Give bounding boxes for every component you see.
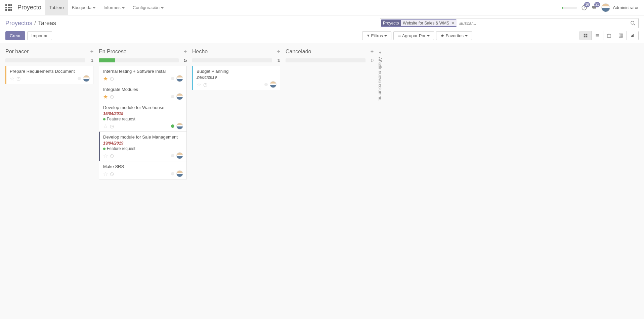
searchbox[interactable]: Proyecto Website for Sales & WMS ✕	[380, 18, 639, 28]
card-title: Budget Planning	[197, 69, 276, 74]
progress-bar[interactable]	[5, 58, 85, 62]
star-icon[interactable]: ☆	[197, 82, 201, 88]
search-facet: Proyecto Website for Sales & WMS ✕	[381, 19, 457, 27]
star-icon[interactable]: ★	[103, 94, 108, 100]
assignee-avatar[interactable]	[176, 170, 183, 177]
card-footer: ☆ ◷	[103, 123, 183, 129]
progress-bar[interactable]	[286, 58, 366, 62]
breadcrumb-root[interactable]: Proyectos	[5, 20, 32, 26]
activities-icon[interactable]: 16	[581, 5, 587, 11]
state-dot[interactable]	[264, 83, 268, 86]
view-calendar[interactable]	[603, 31, 615, 40]
assignee-avatar[interactable]	[176, 152, 183, 159]
user-menu[interactable]: Administrator	[601, 3, 639, 12]
view-kanban[interactable]	[580, 31, 592, 40]
cp-top: Proyectos/Tareas Proyecto Website for Sa…	[5, 18, 639, 28]
filters-button[interactable]: Filtros	[362, 31, 391, 40]
clock-icon[interactable]: ◷	[110, 94, 114, 99]
tag-dot-icon	[103, 148, 105, 150]
assignee-avatar[interactable]	[176, 93, 183, 100]
nav-informes[interactable]: Informes	[99, 0, 129, 15]
kanban-card[interactable]: Integrate Modules ★ ◷	[99, 84, 187, 102]
progress-bar[interactable]	[192, 58, 272, 62]
nav-busqueda[interactable]: Búsqueda	[68, 0, 100, 15]
search-input[interactable]	[457, 19, 628, 27]
view-list[interactable]	[592, 31, 603, 40]
column-add-icon[interactable]: +	[184, 49, 187, 55]
kanban-column: Por hacer + 1 Prepare Requirements Docum…	[3, 47, 96, 84]
breadcrumb: Proyectos/Tareas	[5, 20, 380, 27]
breadcrumb-sep: /	[34, 20, 36, 26]
messages-icon[interactable]: 21	[591, 5, 597, 11]
breadcrumb-current: Tareas	[38, 20, 56, 26]
column-header[interactable]: Cancelado +	[283, 47, 376, 57]
plus-icon: +	[379, 50, 382, 55]
clock-icon[interactable]: ◷	[110, 76, 114, 81]
column-header[interactable]: Por hacer +	[3, 47, 96, 57]
facet-remove-icon[interactable]: ✕	[451, 21, 455, 25]
assignee-avatar[interactable]	[270, 81, 276, 88]
card-date: 15/04/2019	[103, 111, 183, 116]
card-date: 24/04/2019	[197, 75, 276, 80]
column-add-icon[interactable]: +	[371, 49, 374, 55]
favorites-button[interactable]: ★ Favoritos	[436, 31, 472, 40]
assignee-avatar[interactable]	[176, 75, 183, 82]
facet-category: Proyecto	[381, 20, 401, 26]
view-pivot[interactable]	[615, 31, 627, 40]
assignee-avatar[interactable]	[176, 123, 183, 129]
nav-tablero[interactable]: Tablero	[45, 0, 68, 15]
kanban-card[interactable]: Budget Planning 24/04/2019 ☆ ◷	[192, 66, 280, 90]
kanban-card[interactable]: Make SRS ☆ ◷	[99, 161, 187, 179]
tag-label: Feature request	[107, 146, 135, 151]
clock-icon[interactable]: ◷	[110, 171, 114, 176]
kanban-card[interactable]: Develop module for Warehouse 15/04/2019 …	[99, 102, 187, 132]
column-title: Hecho	[192, 49, 277, 55]
kanban-card[interactable]: Internal testing + Software Install ★ ◷	[99, 66, 187, 84]
kanban-card[interactable]: Develop module for Sale Management 19/04…	[99, 131, 187, 161]
card-footer: ☆ ◷	[197, 81, 276, 88]
trial-progress[interactable]	[562, 7, 577, 9]
state-dot[interactable]	[171, 124, 174, 128]
clock-icon[interactable]: ◷	[110, 153, 114, 158]
column-header[interactable]: Hecho +	[189, 47, 283, 57]
column-title: Por hacer	[5, 49, 90, 55]
state-dot[interactable]	[171, 77, 174, 80]
add-column-label: Añadir nueva columna	[378, 57, 383, 100]
state-dot[interactable]	[78, 77, 81, 80]
search-icon[interactable]	[628, 20, 638, 26]
star-icon[interactable]: ★	[103, 75, 108, 82]
column-count: 5	[182, 57, 187, 63]
card-title: Develop module for Warehouse	[103, 105, 183, 110]
state-dot[interactable]	[171, 172, 174, 175]
star-icon[interactable]: ☆	[10, 75, 14, 82]
app-name: Proyecto	[17, 4, 41, 11]
assignee-avatar[interactable]	[83, 75, 90, 82]
caret-icon	[93, 7, 95, 9]
state-dot[interactable]	[171, 95, 174, 98]
apps-icon[interactable]	[5, 4, 12, 11]
groupby-button[interactable]: Agrupar Por	[393, 31, 434, 40]
clock-icon[interactable]: ◷	[203, 82, 207, 87]
state-dot[interactable]	[171, 154, 174, 157]
column-header[interactable]: En Proceso +	[96, 47, 189, 57]
nav-config-label: Configuración	[133, 5, 160, 10]
kanban-card[interactable]: Prepare Requirements Document ☆ ◷	[5, 66, 93, 84]
nav-informes-label: Informes	[103, 5, 121, 10]
view-graph[interactable]	[627, 31, 638, 40]
clock-icon[interactable]: ◷	[110, 123, 114, 129]
tag-label: Feature request	[107, 117, 135, 121]
progress-bar[interactable]	[99, 58, 179, 62]
nav-config[interactable]: Configuración	[129, 0, 168, 15]
column-add-icon[interactable]: +	[277, 49, 280, 55]
card-footer: ☆ ◷	[10, 75, 90, 82]
svg-point-1	[631, 21, 634, 24]
create-button[interactable]: Crear	[5, 31, 25, 40]
star-icon[interactable]: ☆	[103, 153, 108, 159]
groupby-label: Agrupar Por	[402, 33, 426, 38]
import-button[interactable]: Importar	[27, 31, 52, 40]
add-column-button[interactable]: + Añadir nueva columna	[376, 47, 384, 103]
column-add-icon[interactable]: +	[90, 49, 93, 55]
star-icon[interactable]: ☆	[103, 171, 108, 177]
star-icon[interactable]: ☆	[103, 123, 108, 129]
clock-icon[interactable]: ◷	[16, 76, 20, 81]
